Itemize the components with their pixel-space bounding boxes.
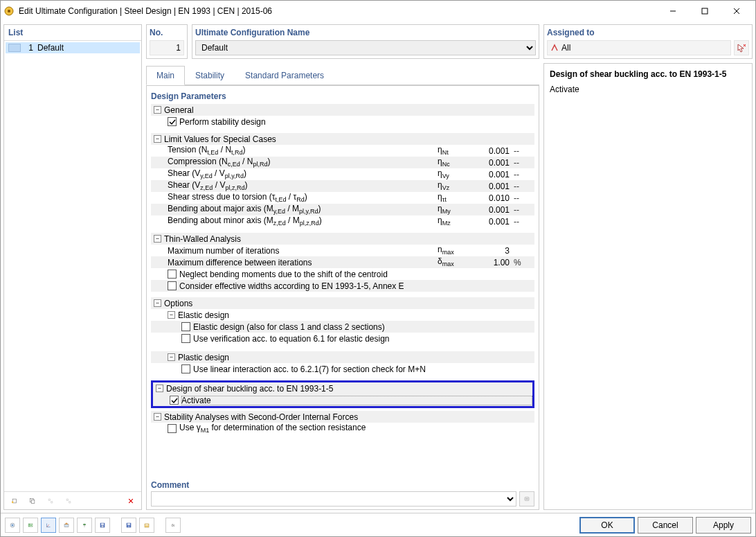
option-effective-widths[interactable]: Consider effective widths according to E… [151, 280, 534, 292]
list-item-index: 1 [24, 43, 33, 53]
checkbox-checked-icon[interactable] [168, 117, 177, 126]
param-compression[interactable]: Compression (Nc,Ed / Npl,Rd) ηNc 0.001 -… [151, 157, 534, 168]
collapse-icon[interactable]: − [168, 311, 175, 319]
group-limit-values[interactable]: − Limit Values for Special Cases [151, 133, 534, 145]
collapse-icon[interactable]: − [154, 235, 161, 243]
collapse-icon[interactable]: − [168, 353, 175, 361]
maximize-button[interactable] [689, 1, 721, 21]
svg-rect-24 [64, 524, 69, 527]
tab-stability[interactable]: Stability [185, 66, 235, 85]
collapse-icon[interactable]: − [156, 385, 163, 392]
highlighted-group: − Design of shear buckling acc. to EN 19… [151, 380, 534, 408]
svg-rect-30 [127, 523, 130, 525]
no-input[interactable] [150, 40, 184, 55]
option-elastic-eq61[interactable]: Use verification acc. to equation 6.1 fo… [151, 333, 534, 344]
window-title: Edit Ultimate Configuration | Steel Desi… [19, 6, 657, 16]
group-options[interactable]: − Options [151, 297, 534, 309]
option-activate-shear-buckling[interactable]: Activate [153, 394, 532, 406]
tab-main[interactable]: Main [146, 66, 185, 85]
group-stability-second-order[interactable]: − Stability Analyses with Second-Order I… [151, 411, 534, 423]
collapse-icon[interactable]: − [154, 413, 161, 421]
minimize-button[interactable] [657, 1, 689, 21]
group-plastic-design[interactable]: − Plastic design [151, 351, 534, 363]
toolbar-view-button[interactable] [59, 518, 74, 533]
param-torsion[interactable]: Shear stress due to torsion (τt,Ed / τRd… [151, 192, 534, 204]
name-header: Ultimate Configuration Name [195, 28, 536, 37]
svg-rect-3 [702, 8, 708, 14]
collapse-icon[interactable]: − [154, 299, 161, 307]
param-bending-my[interactable]: Bending about major axis (My,Ed / Mpl,y,… [151, 204, 534, 215]
include-button[interactable] [43, 493, 58, 509]
tab-standard[interactable]: Standard Parameters [235, 66, 334, 85]
svg-rect-14 [525, 498, 529, 501]
svg-point-18 [12, 525, 13, 526]
assigned-pick-button[interactable] [734, 40, 749, 55]
list-item[interactable]: 1 Default [6, 42, 140, 53]
collapse-icon[interactable]: − [154, 135, 161, 143]
collapse-icon[interactable]: − [154, 106, 161, 114]
info-title: Design of shear buckling acc. to EN 1993… [550, 69, 746, 79]
option-neglect-moments[interactable]: Neglect bending moments due to the shift… [151, 268, 534, 280]
list-header: List [4, 25, 141, 40]
param-shear-vz[interactable]: Shear (Vz,Ed / Vpl,z,Rd) ηVz 0.001 -- [151, 180, 534, 192]
comment-pick-button[interactable] [519, 491, 534, 507]
checkbox-unchecked-icon[interactable] [181, 322, 190, 331]
list-item-name: Default [37, 43, 64, 53]
checkbox-unchecked-icon[interactable] [168, 270, 177, 279]
svg-rect-27 [101, 523, 104, 525]
close-button[interactable] [721, 1, 753, 21]
svg-text:0.00: 0.00 [28, 522, 33, 527]
delete-button[interactable] [123, 493, 138, 509]
exclude-button[interactable] [61, 493, 76, 509]
assigned-header: Assigned to [547, 28, 749, 37]
group-general[interactable]: − General [151, 104, 534, 116]
design-parameters-header: Design Parameters [151, 90, 534, 104]
apply-button[interactable]: Apply [696, 517, 751, 534]
group-elastic-design[interactable]: − Elastic design [151, 309, 534, 321]
info-body: Activate [550, 85, 746, 94]
param-tension[interactable]: Tension (Nt,Ed / Nt,Rd) ηNt 0.001 -- [151, 145, 534, 157]
svg-rect-32 [145, 525, 148, 525]
svg-marker-7 [12, 501, 13, 502]
checkbox-unchecked-icon[interactable] [181, 364, 190, 373]
toolbar-default-button[interactable] [139, 518, 154, 533]
option-plastic-linear[interactable]: Use linear interaction acc. to 6.2.1(7) … [151, 363, 534, 375]
toolbar-units-button[interactable] [5, 518, 20, 533]
comment-header: Comment [151, 479, 534, 491]
checkbox-unchecked-icon[interactable] [181, 334, 190, 343]
toolbar-axes-button[interactable] [41, 518, 56, 533]
toolbar-save-button[interactable] [95, 518, 110, 533]
toolbar-run-button[interactable] [77, 518, 92, 533]
group-shear-buckling[interactable]: − Design of shear buckling acc. to EN 19… [153, 382, 532, 394]
toolbar-function-button[interactable]: fx [165, 518, 181, 533]
svg-text:fx: fx [172, 523, 176, 527]
checkbox-unchecked-icon[interactable] [168, 424, 177, 433]
list-item-swatch [8, 44, 21, 52]
assigned-input[interactable]: All [547, 40, 731, 55]
toolbar-load-button[interactable] [121, 518, 136, 533]
svg-rect-28 [102, 525, 104, 527]
svg-marker-25 [65, 522, 68, 524]
svg-rect-9 [31, 500, 35, 503]
option-elastic-all-classes[interactable]: Elastic design (also for class 1 and cla… [151, 321, 534, 333]
new-button[interactable] [7, 493, 22, 509]
param-max-difference[interactable]: Maximum difference between iterations δm… [151, 256, 534, 268]
svg-point-1 [8, 10, 10, 12]
param-max-iterations[interactable]: Maximum number of iterations nmax 3 [151, 245, 534, 256]
app-icon [3, 6, 15, 17]
param-bending-mz[interactable]: Bending about minor axis (Mz,Ed / Mpl,z,… [151, 215, 534, 227]
option-perform-stability[interactable]: Perform stability design [151, 116, 534, 127]
assigned-icon [550, 44, 559, 52]
checkbox-checked-icon[interactable] [170, 396, 179, 405]
group-thin-walled[interactable]: − Thin-Walled Analysis [151, 233, 534, 245]
copy-button[interactable] [25, 493, 40, 509]
param-shear-vy[interactable]: Shear (Vy,Ed / Vpl,y,Rd) ηVy 0.001 -- [151, 168, 534, 180]
comment-input[interactable] [151, 491, 516, 507]
name-select[interactable]: Default [195, 40, 536, 55]
checkbox-unchecked-icon[interactable] [168, 281, 177, 290]
cancel-button[interactable]: Cancel [638, 517, 693, 534]
toolbar-decimals-button[interactable]: 0.00 [23, 518, 38, 533]
option-gamma-m1[interactable]: Use γM1 for determination of the section… [151, 423, 534, 434]
ok-button[interactable]: OK [579, 517, 635, 534]
svg-line-23 [47, 525, 50, 527]
